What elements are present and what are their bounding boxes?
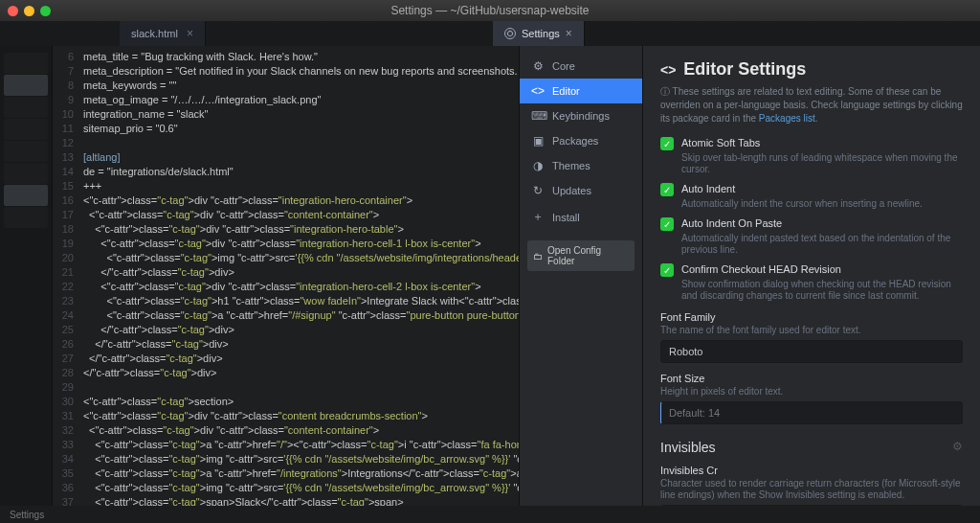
updates-icon: ↻ bbox=[531, 184, 545, 197]
auto-indent-paste-checkbox[interactable]: ✓Auto Indent On Paste bbox=[660, 217, 963, 231]
sidebar-item-install[interactable]: ＋Install bbox=[520, 203, 642, 231]
check-icon: ✓ bbox=[660, 183, 674, 196]
paint-icon: ◑ bbox=[531, 159, 545, 172]
settings-sidebar: ⚙Core <>Editor ⌨Keybindings ▣Packages ◑T… bbox=[519, 46, 643, 506]
package-icon: ▣ bbox=[531, 134, 545, 148]
sidebar-item-packages[interactable]: ▣Packages bbox=[520, 128, 642, 153]
invisibles-cr-input[interactable] bbox=[660, 505, 963, 506]
invisibles-cr-label: Invisibles Cr bbox=[660, 465, 963, 476]
gear-icon[interactable]: ⚙ bbox=[952, 440, 963, 455]
font-size-label: Font Size bbox=[660, 373, 963, 384]
packages-list-link[interactable]: Packages list bbox=[759, 113, 815, 124]
gear-icon: ⚙ bbox=[531, 59, 545, 73]
minimap[interactable] bbox=[0, 46, 53, 506]
tab-label: Settings bbox=[522, 28, 560, 39]
check-icon: ✓ bbox=[660, 137, 674, 150]
keyboard-icon: ⌨ bbox=[531, 109, 545, 123]
settings-panel: <>Editor Settings ⓘ These settings are r… bbox=[643, 46, 980, 506]
check-icon: ✓ bbox=[660, 217, 674, 231]
confirm-checkout-checkbox[interactable]: ✓Confirm Checkout HEAD Revision bbox=[660, 263, 963, 277]
tab-bar: slack.html × Settings × bbox=[0, 21, 980, 46]
auto-indent-checkbox[interactable]: ✓Auto Indent bbox=[660, 183, 963, 196]
tab-settings[interactable]: Settings × bbox=[493, 21, 585, 46]
settings-hint: ⓘ These settings are related to text edi… bbox=[660, 85, 963, 125]
window-title: Settings — ~/GitHub/usersnap-website bbox=[0, 4, 980, 17]
sidebar-item-updates[interactable]: ↻Updates bbox=[520, 178, 642, 203]
font-family-input[interactable] bbox=[660, 340, 963, 363]
status-text: Settings bbox=[10, 510, 44, 520]
code-icon: <> bbox=[531, 84, 545, 98]
status-bar: Settings bbox=[0, 506, 980, 523]
titlebar: Settings — ~/GitHub/usersnap-website bbox=[0, 0, 980, 21]
close-icon[interactable]: × bbox=[187, 27, 193, 40]
atom-icon bbox=[504, 28, 516, 39]
sidebar-item-core[interactable]: ⚙Core bbox=[520, 54, 642, 79]
code-icon: <> bbox=[660, 62, 676, 78]
info-icon: ⓘ bbox=[660, 86, 670, 97]
open-config-folder-button[interactable]: 🗀Open Config Folder bbox=[527, 240, 635, 271]
tab-slack-html[interactable]: slack.html × bbox=[120, 21, 206, 46]
plus-icon: ＋ bbox=[531, 209, 545, 225]
sidebar-item-keybindings[interactable]: ⌨Keybindings bbox=[520, 103, 642, 128]
settings-title: <>Editor Settings bbox=[660, 59, 963, 80]
close-icon[interactable]: × bbox=[566, 27, 572, 40]
sidebar-item-editor[interactable]: <>Editor bbox=[520, 79, 642, 103]
atomic-soft-tabs-checkbox[interactable]: ✓Atomic Soft Tabs bbox=[660, 137, 963, 150]
code-editor[interactable]: 6meta_title = "Bug tracking with Slack. … bbox=[53, 46, 519, 506]
sidebar-item-themes[interactable]: ◑Themes bbox=[520, 153, 642, 178]
folder-icon: 🗀 bbox=[533, 251, 543, 262]
font-family-label: Font Family bbox=[660, 311, 963, 323]
font-size-input[interactable] bbox=[660, 401, 963, 424]
invisibles-header: Invisibles⚙ bbox=[660, 440, 963, 455]
tab-label: slack.html bbox=[131, 28, 178, 39]
check-icon: ✓ bbox=[660, 263, 674, 277]
